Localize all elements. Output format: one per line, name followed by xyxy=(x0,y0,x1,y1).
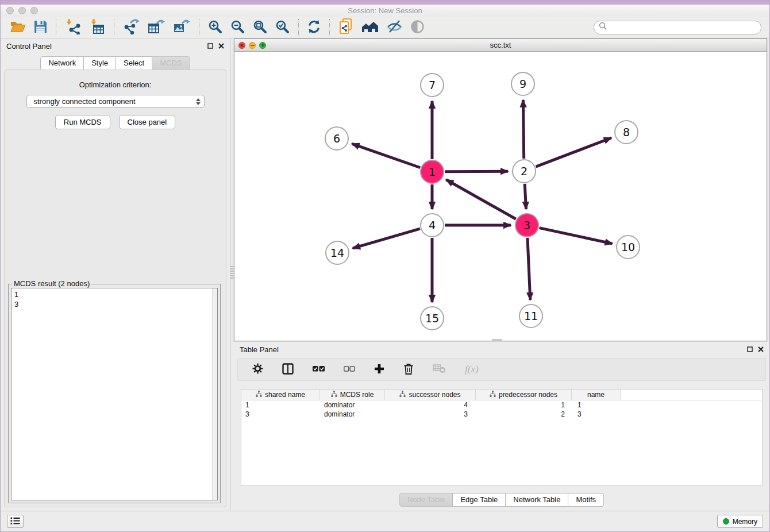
network-minimize-button[interactable] xyxy=(249,42,256,49)
control-panel-header: Control Panel xyxy=(1,38,230,53)
network-title: scc.txt xyxy=(234,41,767,49)
hide-style-button[interactable] xyxy=(383,18,406,37)
column-header-name[interactable]: name xyxy=(572,390,621,400)
export-image-button[interactable] xyxy=(169,18,194,37)
search-icon xyxy=(599,22,607,33)
graph-edge-2-9[interactable] xyxy=(523,100,523,159)
refresh-layout-button[interactable] xyxy=(303,19,325,36)
show-task-history-button[interactable] xyxy=(7,515,24,528)
network-window-titlebar[interactable]: scc.txt xyxy=(234,39,767,52)
tab-mcds[interactable]: MCDS xyxy=(152,56,190,70)
select-all-columns-button[interactable] xyxy=(309,364,329,375)
close-panel-button[interactable]: Close panel xyxy=(119,115,176,129)
table-cell[interactable]: 4 xyxy=(385,400,476,410)
eye-disabled-icon xyxy=(410,20,425,36)
delete-column-button[interactable] xyxy=(399,362,418,377)
optimization-criterion-select[interactable]: strongly connected component xyxy=(26,95,205,108)
table-row[interactable]: 1dominator411 xyxy=(241,400,762,410)
memory-button[interactable]: Memory xyxy=(717,515,763,528)
graph-node-1[interactable]: 1 xyxy=(420,160,444,184)
zoom-out-button[interactable] xyxy=(226,18,249,37)
vertical-splitter-grip[interactable] xyxy=(230,266,234,279)
tab-node-table[interactable]: Node Table xyxy=(399,493,453,507)
column-header-successor-nodes[interactable]: successor nodes xyxy=(385,390,476,400)
graph-node-7[interactable]: 7 xyxy=(420,73,444,97)
column-header-mcds-role[interactable]: MCDS role xyxy=(320,390,385,400)
tab-select[interactable]: Select xyxy=(116,56,152,70)
tab-network-table[interactable]: Network Table xyxy=(505,493,568,507)
graph-node-2[interactable]: 2 xyxy=(512,159,536,183)
graph-node-3[interactable]: 3 xyxy=(515,213,539,237)
graph-node-9[interactable]: 9 xyxy=(511,72,535,96)
graph-edge-2-8[interactable] xyxy=(536,138,611,167)
graph-edge-1-2[interactable] xyxy=(445,171,508,172)
home-layout-button[interactable] xyxy=(358,19,383,36)
network-zoom-button[interactable] xyxy=(259,42,266,49)
graph-node-6[interactable]: 6 xyxy=(325,126,349,151)
search-input[interactable] xyxy=(611,23,756,32)
table-cell[interactable]: dominator xyxy=(320,400,385,410)
column-header-shared-name[interactable]: shared name xyxy=(241,390,320,400)
import-table-icon xyxy=(89,19,105,36)
graph-edge-2-3[interactable] xyxy=(525,184,526,209)
open-session-button[interactable] xyxy=(6,19,30,36)
float-table-panel-icon[interactable] xyxy=(747,346,753,352)
table-cell[interactable]: 3 xyxy=(241,410,320,419)
export-network-button[interactable] xyxy=(119,18,144,37)
table-settings-button[interactable] xyxy=(248,362,267,377)
table-cell[interactable]: 1 xyxy=(572,400,621,410)
tab-style[interactable]: Style xyxy=(83,56,116,70)
table-cell[interactable]: dominator xyxy=(320,410,385,419)
column-header-predecessor-nodes[interactable]: predecessor nodes xyxy=(476,390,572,400)
graph-node-14[interactable]: 14 xyxy=(325,241,349,265)
export-table-button[interactable] xyxy=(144,18,169,37)
graph-node-11[interactable]: 11 xyxy=(519,304,543,328)
window-zoom-button[interactable] xyxy=(30,7,38,14)
graph-node-10[interactable]: 10 xyxy=(616,235,640,259)
run-mcds-button[interactable]: Run MCDS xyxy=(55,115,110,129)
column-view-button[interactable] xyxy=(278,362,298,377)
graph-edge-3-11[interactable] xyxy=(528,238,530,300)
network-window: scc.txt 7968124314101511 xyxy=(234,38,767,341)
tab-motifs[interactable]: Motifs xyxy=(568,493,604,507)
clone-network-button[interactable] xyxy=(334,17,358,37)
import-network-button[interactable] xyxy=(61,18,85,37)
network-close-button[interactable] xyxy=(238,42,245,49)
graph-edge-3-10[interactable] xyxy=(540,228,613,244)
create-column-button[interactable] xyxy=(370,363,388,377)
table-cell[interactable]: 2 xyxy=(476,410,572,419)
window-close-button[interactable] xyxy=(6,7,14,14)
result-scrollbar[interactable] xyxy=(212,288,217,500)
close-table-panel-icon[interactable] xyxy=(758,346,764,352)
table-cell[interactable]: 1 xyxy=(476,400,572,410)
function-builder-button[interactable]: f(x) xyxy=(461,363,483,376)
graph-node-8[interactable]: 8 xyxy=(614,120,638,144)
import-table-button[interactable] xyxy=(85,18,109,37)
graph-node-15[interactable]: 15 xyxy=(420,306,444,330)
zoom-fit-button[interactable] xyxy=(249,18,271,37)
network-canvas[interactable]: 7968124314101511 xyxy=(234,52,767,341)
horizontal-splitter-grip[interactable] xyxy=(492,339,502,341)
table-cell[interactable]: 1 xyxy=(241,400,320,410)
close-panel-icon[interactable] xyxy=(218,43,224,49)
column-label: shared name xyxy=(265,391,305,399)
table-row[interactable]: 3dominator323 xyxy=(241,410,762,419)
window-minimize-button[interactable] xyxy=(18,7,26,14)
graph-node-4[interactable]: 4 xyxy=(420,213,444,237)
zoom-in-button[interactable] xyxy=(204,18,226,37)
graph-edge-3-1[interactable] xyxy=(446,180,515,219)
table-cell[interactable]: 3 xyxy=(572,410,621,419)
tab-edge-table[interactable]: Edge Table xyxy=(452,493,506,507)
tab-network[interactable]: Network xyxy=(40,56,84,70)
save-session-button[interactable] xyxy=(30,19,51,36)
delete-table-icon xyxy=(433,364,446,375)
show-graphics-button[interactable] xyxy=(406,18,429,37)
deselect-all-columns-button[interactable] xyxy=(340,364,359,375)
graph-edge-4-14[interactable] xyxy=(353,229,420,248)
table-cell[interactable]: 3 xyxy=(385,410,476,419)
zoom-selected-button[interactable] xyxy=(271,18,294,37)
graph-edge-1-6[interactable] xyxy=(352,144,420,168)
float-panel-icon[interactable] xyxy=(207,43,213,49)
mcds-result-text[interactable]: 1 3 xyxy=(11,288,218,500)
delete-table-button[interactable] xyxy=(429,363,450,376)
